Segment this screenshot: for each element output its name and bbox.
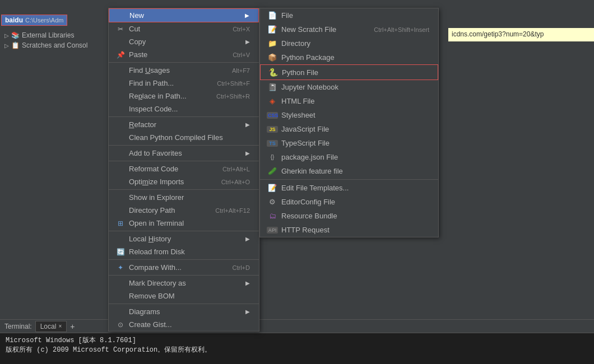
project-name: baidu [5,16,23,24]
terminal-content: Microsoft Windows [版本 8.1.7601] 版权所有 (c)… [0,333,594,364]
context-menu-diagrams[interactable]: Diagrams ▶ [109,305,259,318]
expand-arrow: ▷ [4,32,9,39]
new-submenu-package-json[interactable]: {} package.json File [260,150,438,164]
context-menu-reload[interactable]: 🔄 Reload from Disk [109,245,259,258]
context-menu-add-favorites[interactable]: Add to Favorites ▶ [109,147,259,160]
sep3 [109,145,259,146]
gist-icon: ⊙ [115,321,126,329]
add-terminal-button[interactable]: + [70,322,75,331]
context-menu-paste[interactable]: 📌 Paste Ctrl+V [109,48,259,61]
context-menu-mark-directory[interactable]: Mark Directory as ▶ [109,277,259,290]
markdir-arrow: ▶ [245,280,250,286]
new-submenu-http-request[interactable]: API HTTP Request [260,223,438,237]
new-submenu-sep [260,179,438,180]
context-menu-cut[interactable]: ✂ Cut Ctrl+X [109,22,259,35]
close-tab-button[interactable]: × [58,323,62,329]
expand-arrow: ▷ [4,43,9,49]
context-menu-local-history[interactable]: Local History ▶ [109,232,259,245]
json-icon: {} [267,154,278,160]
new-submenu-javascript[interactable]: JS JavaScript File [260,122,438,136]
new-submenu-python-file[interactable]: 🐍 Python File [260,64,438,80]
new-submenu-scratch[interactable]: 📝 New Scratch File Ctrl+Alt+Shift+Insert [260,22,438,36]
sep4 [109,161,259,161]
context-menu-refactor[interactable]: Refactor ▶ [109,118,259,131]
js-icon: JS [267,126,278,133]
history-arrow: ▶ [245,236,250,242]
jupyter-icon: 📓 [267,83,278,91]
new-submenu[interactable]: 📄 File 📝 New Scratch File Ctrl+Alt+Shift… [259,8,439,237]
editorconfig-icon: ⚙ [267,198,278,206]
new-submenu-gherkin[interactable]: 🥒 Gherkin feature file [260,164,438,178]
scratch-icon: 📝 [267,25,278,34]
context-menu-open-terminal[interactable]: ⊞ Open in Terminal [109,217,259,230]
new-submenu-resource-bundle[interactable]: 🗂 Resource Bundle [260,209,438,223]
sep8 [109,275,259,276]
context-menu-new[interactable]: New ▶ [109,8,259,22]
cut-icon: ✂ [115,25,126,33]
new-submenu-file[interactable]: 📄 File [260,8,438,22]
sep7 [109,259,259,260]
terminal-icon: ⊞ [115,220,126,227]
context-menu-copy[interactable]: Copy ▶ [109,35,259,48]
new-submenu-stylesheet[interactable]: CSS Stylesheet [260,108,438,122]
sep5 [109,189,259,190]
context-menu-clean-python[interactable]: Clean Python Compiled Files [109,131,259,144]
sep9 [109,304,259,304]
baidu-project-node[interactable]: baidu C:\Users\Adm [1,15,67,26]
new-submenu-edit-templates[interactable]: 📝 Edit File Templates... [260,181,438,195]
library-icon: 📚 [11,31,20,39]
http-icon: API [267,227,278,234]
copy-arrow: ▶ [245,39,250,45]
html-icon: ◈ [267,97,278,105]
context-menu-create-gist[interactable]: ⊙ Create Gist... [109,318,259,331]
context-menu-remove-bom[interactable]: Remove BOM [109,290,259,302]
project-sidebar: ▷ 📚 External Libraries ▷ 📋 Scratches and… [0,12,112,332]
context-menu-show-explorer[interactable]: Show in Explorer [109,191,259,204]
context-menu-find-usages[interactable]: Find Usages Alt+F7 [109,64,259,77]
context-menu-optimize-imports[interactable]: Optimize Imports Ctrl+Alt+O [109,175,259,188]
terminal-tab-local[interactable]: Local × [35,321,67,332]
sidebar-item-scratches[interactable]: ▷ 📋 Scratches and Consol [0,40,112,50]
project-path: C:\Users\Adm [25,17,63,24]
new-submenu-jupyter[interactable]: 📓 Jupyter Notebook [260,80,438,94]
terminal-tab-bar: Terminal: Local × + [0,320,594,333]
directory-icon: 📁 [267,39,278,48]
context-menu-replace-in-path[interactable]: Replace in Path... Ctrl+Shift+R [109,90,259,102]
new-submenu-editorconfig[interactable]: ⚙ EditorConfig File [260,195,438,209]
resource-icon: 🗂 [267,212,278,220]
new-submenu-python-package[interactable]: 📦 Python Package [260,50,438,64]
terminal-panel: Terminal: Local × + Microsoft Windows [版… [0,319,594,364]
scratch-icon: 📋 [11,41,20,49]
sep6 [109,231,259,231]
new-submenu-directory[interactable]: 📁 Directory [260,36,438,50]
reload-icon: 🔄 [115,248,126,256]
edit-templates-icon: 📝 [267,184,278,192]
context-menu-compare-with[interactable]: ✦ Compare With... Ctrl+D [109,261,259,274]
ts-icon: TS [267,140,278,147]
sep1 [109,62,259,63]
context-menu-find-in-path[interactable]: Find in Path... Ctrl+Shift+F [109,77,259,90]
context-menu-inspect-code[interactable]: Inspect Code... [109,102,259,115]
terminal-label: Terminal: [4,323,32,330]
main-context-menu[interactable]: New ▶ ✂ Cut Ctrl+X Copy ▶ 📌 Paste Ctrl+V… [108,8,259,332]
compare-icon: ✦ [115,264,126,272]
favorites-arrow: ▶ [245,150,250,156]
css-icon: CSS [267,112,278,119]
new-submenu-typescript[interactable]: TS TypeScript File [260,136,438,150]
python-file-icon: 🐍 [267,68,279,77]
refactor-arrow: ▶ [245,122,250,128]
new-arrow: ▶ [245,12,249,18]
editor-url-bar: icdns.com/getip3?num=20&typ [448,28,594,41]
diagrams-arrow: ▶ [245,309,250,315]
paste-icon: 📌 [115,51,126,59]
context-menu-reformat[interactable]: Reformat Code Ctrl+Alt+L [109,162,259,175]
python-package-icon: 📦 [267,53,278,62]
file-icon: 📄 [267,11,278,20]
gherkin-icon: 🥒 [267,167,278,175]
sep2 [109,116,259,117]
sidebar-item-external-libraries[interactable]: ▷ 📚 External Libraries [0,30,112,40]
new-submenu-html[interactable]: ◈ HTML File [260,94,438,108]
context-menu-directory-path[interactable]: Directory Path Ctrl+Alt+F12 [109,204,259,217]
